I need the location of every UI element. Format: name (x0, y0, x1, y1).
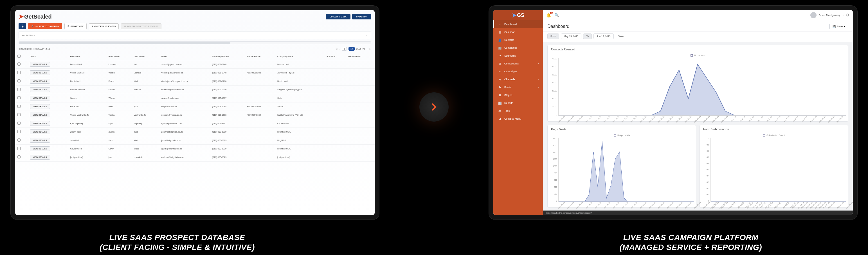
user-chip-button[interactable]: CAMERON (352, 14, 371, 20)
pager-first-icon[interactable]: « (336, 48, 338, 50)
view-details-button[interactable]: VIEW DETAILS (30, 96, 50, 101)
check-duplicates-button[interactable]: ⎘CHECK DUPLICATES (89, 23, 119, 29)
date-from-label: From (547, 33, 559, 39)
view-details-button[interactable]: VIEW DETAILS (30, 70, 50, 75)
column-header[interactable]: Last Name (132, 53, 159, 60)
view-details-button[interactable]: VIEW DETAILS (30, 138, 50, 143)
view-details-button[interactable]: VIEW DETAILS (30, 87, 50, 92)
row-checkbox[interactable] (18, 96, 21, 100)
select-all-checkbox[interactable] (18, 55, 21, 58)
date-save-button[interactable]: Save (615, 34, 626, 39)
sidebar-item-dashboard[interactable]: ⌂Dashboard (493, 20, 543, 28)
legend: All contacts (548, 54, 848, 58)
row-checkbox[interactable] (18, 121, 21, 125)
view-details-button[interactable]: VIEW DETAILS (30, 104, 50, 109)
pager-of-chip[interactable]: 10 (348, 47, 355, 51)
date-to-input[interactable]: Jun 13, 2023 (593, 33, 614, 39)
row-checkbox[interactable] (18, 62, 21, 65)
view-details-button[interactable]: VIEW DETAILS (30, 146, 50, 151)
sidebar-item-channels[interactable]: ≋Channels› (493, 76, 543, 83)
column-header[interactable]: Mobile Phone (244, 53, 275, 60)
svg-point-0 (22, 26, 23, 27)
menu-icon-button[interactable] (19, 23, 26, 29)
sidebar-item-points[interactable]: ⚑Points› (493, 83, 543, 91)
column-header[interactable]: Date Of Birth (346, 53, 375, 60)
date-range-row: From May 13, 2023 To Jun 13, 2023 Save (543, 32, 853, 42)
sidebar-item-companies[interactable]: 🏢Companies (493, 44, 543, 52)
sidebar-item-calendar[interactable]: ▦Calendar (493, 28, 543, 36)
row-checkbox[interactable] (18, 71, 21, 74)
row-checkbox[interactable] (18, 88, 21, 91)
logo-swoosh-icon: ➤ (19, 13, 24, 20)
column-header[interactable]: First Name (106, 53, 132, 60)
column-header[interactable]: Company Phone (210, 53, 244, 60)
table-row: VIEW DETAILS WayneWaynewayne@satik.com(0… (15, 94, 375, 103)
view-details-button[interactable]: VIEW DETAILS (30, 113, 50, 117)
delete-selected-button[interactable]: 🗑DELETE SELECTED RECORDS (121, 23, 161, 29)
row-checkbox[interactable] (18, 155, 21, 159)
save-dashboard-button[interactable]: 💾Save▾ (830, 24, 848, 29)
sidebar-item-label: Contacts (504, 38, 515, 41)
avatar[interactable] (810, 12, 816, 18)
stages-icon: ≣ (498, 93, 501, 97)
view-details-button[interactable]: VIEW DETAILS (30, 62, 50, 67)
pager-last-icon[interactable]: » (369, 48, 371, 50)
row-checkbox[interactable] (18, 105, 21, 108)
status-url: https://marketing.getscaled.com/s/dashbo… (546, 211, 592, 214)
chevron-down-icon: ⌄ (366, 34, 368, 36)
notifications-button[interactable]: 🔔 0 (546, 13, 551, 18)
import-csv-button[interactable]: ⟳IMPORT CSV (64, 23, 87, 29)
getscaled-logo: ➤ GetScaled (19, 13, 52, 20)
row-checkbox[interactable] (18, 147, 21, 150)
gear-icon[interactable]: ⚙ (846, 13, 849, 17)
sidebar-item-campaigns[interactable]: ✉Campaigns (493, 67, 543, 76)
sidebar-item-segments[interactable]: ◔Segments (493, 52, 543, 60)
sidebar-item-collapse-menu[interactable]: ◀Collapse Menu (493, 115, 543, 123)
sidebar-item-components[interactable]: ⚙Components› (493, 60, 543, 67)
search-icon[interactable]: 🔍 (554, 13, 559, 17)
sidebar-item-contacts[interactable]: 👤Contacts (493, 36, 543, 44)
topbar: 🔔 0 🔍 Justin Montgomery ▾ ⚙ (543, 10, 853, 20)
pager-page-input[interactable]: 1 (342, 47, 347, 51)
column-header[interactable]: Company Name (275, 53, 324, 60)
sidebar-item-label: Tags (504, 110, 510, 112)
card-menu-icon[interactable]: ⋮ (689, 128, 692, 131)
right-device-frame: ➤ G S ⌂Dashboard▦Calendar👤Contacts🏢Compa… (489, 6, 857, 220)
column-header[interactable]: Full Name (68, 53, 106, 60)
table-row: VIEW DETAILS Darrin MailDarrinMaildarrin… (15, 77, 375, 86)
pager-prev-icon[interactable]: ‹ (339, 48, 340, 50)
row-checkbox[interactable] (18, 139, 21, 142)
chevron-down-icon[interactable]: ▾ (842, 14, 844, 17)
date-from-input[interactable]: May 13, 2023 (561, 33, 582, 39)
row-checkbox[interactable] (18, 79, 21, 82)
view-details-button[interactable]: VIEW DETAILS (30, 155, 50, 160)
records-bar: Showing Records 210,647,511 « ‹ 1 10 210… (15, 46, 375, 53)
horizontal-scrollbar[interactable] (19, 41, 371, 44)
user-name[interactable]: Justin Montgomery (819, 14, 840, 17)
sidebar-item-reports[interactable]: 📊Reports (493, 99, 543, 107)
sidebar-item-stages[interactable]: ≣Stages (493, 91, 543, 99)
sidebar-item-label: Reports (504, 102, 513, 105)
view-details-button[interactable]: VIEW DETAILS (30, 79, 50, 84)
card-menu-icon[interactable]: ⋮ (841, 128, 845, 131)
main-area: 🔔 0 🔍 Justin Montgomery ▾ ⚙ Dashboard 💾S… (543, 10, 853, 215)
column-header[interactable]: Email (159, 53, 210, 60)
view-details-button[interactable]: VIEW DETAILS (30, 121, 50, 126)
card-title: Contacts Created (551, 48, 575, 51)
column-header[interactable]: Job Title (324, 53, 346, 60)
toolbar: 🚀LAUNCH TO CAMPAIGN ⟳IMPORT CSV ⎘CHECK D… (15, 22, 375, 31)
column-header[interactable]: Detail (28, 53, 68, 60)
row-checkbox[interactable] (18, 130, 21, 133)
dashboard-icon: ⌂ (498, 23, 501, 26)
view-details-button[interactable]: VIEW DETAILS (30, 130, 50, 134)
left-caption: LIVE SAAS PROSPECT DATABASE (CLIENT FACI… (79, 232, 276, 252)
submissions-chart: 10.90.80.70.60.50.40.30.20.10 May 13, 23… (711, 138, 846, 206)
launch-to-campaign-button[interactable]: 🚀LAUNCH TO CAMPAIGN (28, 23, 62, 29)
filters-bar[interactable]: Apply Filters ⌄ (19, 31, 371, 39)
browser-statusbar: https://marketing.getscaled.com/s/dashbo… (543, 210, 853, 215)
pager-next-icon[interactable]: › (367, 48, 368, 50)
row-checkbox[interactable] (18, 113, 21, 116)
sidebar-item-tags[interactable]: 🏷Tags (493, 107, 543, 115)
card-menu-icon[interactable]: ⋮ (841, 48, 845, 51)
linkedin-data-button[interactable]: LINKEDIN DATA (326, 14, 350, 20)
